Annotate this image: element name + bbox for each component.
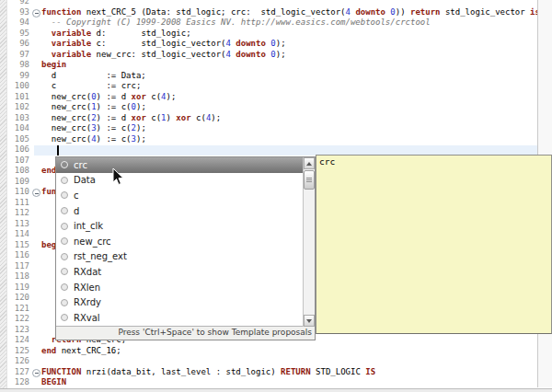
proposal-item[interactable]: d — [56, 203, 315, 219]
variable-icon — [61, 283, 68, 291]
variable-icon — [61, 237, 68, 245]
line-number: 108 — [6, 166, 31, 177]
code-line[interactable]: 99 d := Data; — [6, 71, 537, 82]
code-text: BEGIN — [41, 377, 66, 388]
fold-column — [31, 325, 41, 336]
line-number: 96 — [6, 39, 31, 50]
proposal-label: crc — [74, 160, 87, 170]
code-line[interactable]: 100 c := crc; — [6, 81, 537, 92]
fold-column — [31, 356, 41, 367]
popup-scrollbar[interactable] — [303, 157, 315, 327]
fold-collapse-icon[interactable] — [32, 9, 40, 17]
proposal-info-panel: crc — [316, 155, 552, 334]
proposal-item[interactable]: new_crc — [56, 234, 315, 249]
fold-column — [31, 50, 41, 61]
code-line[interactable]: 127FUNCTION nrzi(data_bit, last_level : … — [6, 367, 537, 378]
line-number: 102 — [6, 102, 31, 113]
fold-column — [31, 71, 41, 82]
fold-column — [31, 60, 41, 71]
line-number: 111 — [6, 198, 31, 209]
scroll-up-icon[interactable] — [304, 157, 315, 169]
variable-icon — [61, 177, 68, 184]
line-number: 125 — [6, 346, 31, 357]
proposal-item[interactable]: RXlen — [56, 280, 315, 295]
code-line[interactable]: 103 new_crc(2) := d xor c(1) xor c(4); — [6, 113, 537, 124]
text-caret — [57, 145, 59, 156]
fold-column — [31, 177, 41, 188]
proposal-label: RXval — [74, 313, 100, 323]
code-line[interactable]: 128BEGIN — [6, 377, 537, 388]
variable-icon — [61, 207, 68, 214]
code-text: new_crc(0) := d xor c(4); — [41, 92, 176, 103]
fold-column — [31, 261, 41, 272]
fold-column — [31, 304, 41, 315]
line-number: 110 — [6, 187, 31, 198]
line-number: 118 — [6, 271, 31, 282]
line-number: 122 — [6, 314, 31, 325]
code-text: new_crc(2) := d xor c(1) xor c(4); — [41, 113, 221, 124]
code-text: variable d: std_logic; — [41, 29, 191, 40]
code-line[interactable]: 104 new_crc(3) := c(2); — [6, 123, 537, 134]
fold-column — [31, 102, 41, 113]
fold-column — [31, 144, 41, 156]
code-line[interactable]: 96 variable c: std_logic_vector(4 downto… — [6, 39, 537, 50]
marker-bar — [0, 0, 7, 388]
fold-column — [31, 208, 41, 219]
code-line[interactable]: 101 new_crc(0) := d xor c(4); — [6, 92, 537, 103]
scrollbar-thumb[interactable] — [304, 170, 315, 190]
proposal-item[interactable]: Data — [56, 173, 315, 189]
code-text: begin — [41, 60, 66, 71]
code-line[interactable]: 105 new_crc(4) := c(3); — [6, 134, 537, 145]
line-number: 128 — [6, 377, 31, 388]
fold-column — [31, 134, 41, 145]
scroll-down-icon[interactable] — [304, 315, 315, 327]
fold-column — [31, 0, 41, 7]
code-line[interactable]: 102 new_crc(1) := c(0); — [6, 102, 537, 113]
code-text: end — [41, 166, 56, 177]
line-number: 104 — [6, 123, 31, 134]
proposal-item[interactable]: crc — [56, 157, 315, 173]
proposal-item[interactable]: rst_neg_ext — [56, 249, 315, 265]
code-text: new_crc(3) := c(2); — [41, 123, 146, 134]
content-assist-popup: crcDatacdint_clknew_crcrst_neg_extRXdatR… — [55, 156, 316, 340]
fold-column — [31, 198, 41, 209]
proposal-item[interactable]: RXval — [56, 310, 315, 326]
fold-column — [31, 187, 41, 198]
line-number: 114 — [6, 229, 31, 240]
code-text: -- Copyright (C) 1999-2008 Easics NV. ht… — [41, 17, 431, 29]
code-line[interactable]: 95 variable d: std_logic; — [6, 29, 537, 40]
proposal-item[interactable]: c — [56, 188, 315, 203]
proposal-item[interactable]: RXrdy — [56, 294, 315, 310]
fold-column — [31, 271, 41, 282]
code-text: FUNCTION nrzi(data_bit, last_level : std… — [41, 367, 375, 378]
proposal-label: d — [74, 206, 79, 216]
code-text: new_crc(4) := c(3); — [41, 134, 146, 145]
code-line[interactable]: 98begin — [6, 60, 537, 71]
code-line[interactable]: 94 -- Copyright (C) 1999-2008 Easics NV.… — [6, 17, 537, 29]
proposal-item[interactable]: int_clk — [56, 218, 315, 234]
code-line[interactable]: 125end next_CRC_16; — [6, 346, 537, 357]
code-line[interactable]: 97 variable new_crc: std_logic_vector(4 … — [6, 50, 537, 61]
line-number: 105 — [6, 134, 31, 145]
line-number: 94 — [6, 17, 31, 29]
proposal-info-text: crc — [319, 156, 335, 167]
fold-column — [31, 29, 41, 40]
fold-column — [31, 81, 41, 92]
code-text: function next_CRC_5 (Data: std_logic; cr… — [41, 7, 537, 18]
popup-footer: Press 'Ctrl+Space' to show Template prop… — [56, 326, 315, 340]
code-line[interactable]: 106 — [6, 144, 537, 156]
code-line[interactable]: 92 — [6, 0, 537, 7]
proposal-item[interactable]: RXdat — [56, 264, 315, 280]
line-number: 95 — [6, 29, 31, 40]
fold-column — [31, 335, 41, 346]
line-number: 115 — [6, 240, 31, 251]
code-line[interactable]: 93function next_CRC_5 (Data: std_logic; … — [6, 7, 537, 18]
fold-collapse-icon[interactable] — [32, 189, 40, 197]
code-line[interactable]: 126 — [6, 356, 537, 367]
line-number: 106 — [6, 144, 31, 156]
fold-column — [31, 282, 41, 294]
code-text: variable c: std_logic_vector(4 downto 0)… — [41, 39, 286, 50]
fold-collapse-icon[interactable] — [32, 369, 40, 377]
proposal-label: int_clk — [74, 221, 103, 231]
line-number: 109 — [6, 177, 31, 188]
